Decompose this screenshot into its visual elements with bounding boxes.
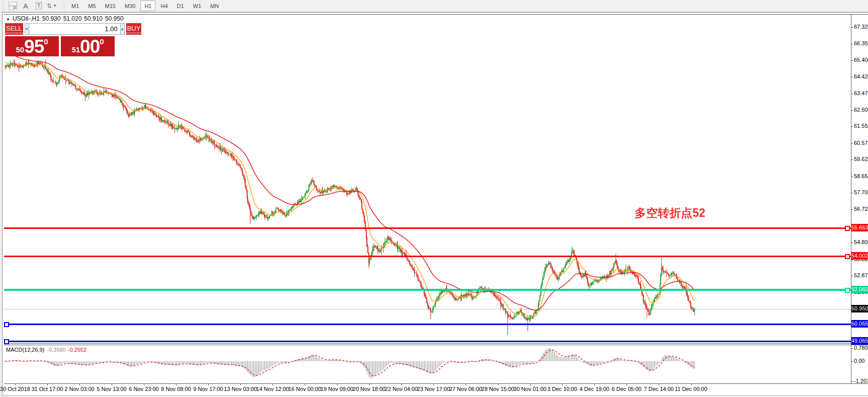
toolbar-grip-2[interactable]: [62, 2, 65, 11]
date-tick-mark: [144, 383, 144, 385]
date-label: 8 Nov 08:00: [161, 386, 191, 392]
hline-50.065[interactable]: [4, 324, 851, 325]
price-tick-mark: [851, 160, 853, 160]
text-tool-button[interactable]: T: [33, 1, 45, 12]
date-tick-mark: [79, 383, 80, 385]
date-tick-mark: [433, 383, 434, 385]
price-tick-mark: [851, 126, 853, 127]
buy-price-big: 00: [80, 38, 100, 56]
date-label: 30 Oct 2018: [0, 386, 30, 392]
timeframe-button-m5[interactable]: M5: [84, 1, 100, 11]
price-tick-label: 56.725: [854, 206, 868, 212]
date-tick-mark: [369, 383, 370, 385]
buy-price-display[interactable]: 51000: [61, 36, 115, 56]
date-tick-mark: [112, 383, 112, 385]
date-label: 27 Nov 06:00: [449, 386, 482, 392]
hline-54.002[interactable]: [4, 256, 851, 257]
arrow-tools-button[interactable]: ⇅ ▼: [46, 1, 58, 12]
timeframe-button-w1[interactable]: W1: [189, 1, 206, 11]
macd-tick-mark: [851, 361, 853, 362]
price-tick-label: 60.575: [854, 140, 868, 146]
date-tick-mark: [401, 383, 402, 385]
price-tick-label: 63.475: [854, 90, 868, 96]
price-tick-label: 59.625: [854, 156, 868, 162]
line-marker-right-54.002[interactable]: [845, 254, 850, 259]
buy-price-sup: 0: [100, 38, 104, 45]
price-tag-50.950[interactable]: 50.950: [851, 305, 868, 312]
date-label: 14 Nov 12:00: [256, 386, 289, 392]
fibonacci-tool-button[interactable]: F: [7, 1, 19, 12]
line-marker-right-52.060[interactable]: [845, 288, 850, 293]
toolbar: F A T ⇅ ▼ M1M5M15M30H1H4D1W1MN: [0, 0, 868, 12]
price-tick-label: 58.650: [854, 173, 868, 179]
main-chart-canvas[interactable]: [4, 15, 851, 343]
text-label-tool-button[interactable]: A: [20, 1, 32, 12]
price-tick-mark: [851, 110, 853, 111]
line-marker-left-49.065[interactable]: [4, 339, 9, 344]
date-label: 3 Dec 10:00: [547, 386, 577, 392]
timeframe-button-d1[interactable]: D1: [173, 1, 188, 11]
line-marker-left-50.065[interactable]: [4, 322, 9, 327]
price-tick-label: 61.550: [854, 123, 868, 129]
date-label: 7 Dec 14:00: [644, 386, 673, 392]
annotation-text[interactable]: 多空转折点52: [635, 205, 706, 221]
timeframe-button-h1[interactable]: H1: [140, 1, 155, 11]
price-tag-52.060[interactable]: 52.060: [851, 286, 868, 293]
timeframe-button-mn[interactable]: MN: [206, 1, 223, 11]
price-axis-line: [851, 14, 851, 384]
price-tick-mark: [851, 193, 853, 193]
hline-52.060[interactable]: [4, 289, 851, 291]
sell-price-display[interactable]: 50950: [5, 36, 59, 56]
buy-price-small: 51: [71, 44, 80, 56]
date-tick-mark: [15, 383, 16, 385]
date-tick-mark: [273, 383, 273, 385]
line-marker-right-55.663[interactable]: [845, 226, 850, 231]
triangle-up-icon: ▲: [121, 27, 124, 31]
date-label: 6 Dec 05:00: [612, 386, 641, 392]
date-label: 11 Dec 00:00: [675, 386, 708, 392]
price-tag-54.002[interactable]: 54.002: [851, 252, 868, 260]
timeframe-button-m15[interactable]: M15: [101, 1, 120, 11]
price-tick-mark: [851, 276, 853, 276]
price-tick-label: 62.500: [854, 107, 868, 113]
macd-label: MACD(12,26,9)-0.3580-0.2552: [6, 347, 86, 353]
hline-55.663[interactable]: [4, 227, 851, 229]
mt4-window: F A T ⇅ ▼ M1M5M15M30H1H4D1W1MN ▲ USOil-,…: [0, 0, 868, 397]
date-label: 9 Nov 17:00: [193, 386, 223, 392]
date-label: 31 Oct 17:00: [32, 386, 63, 392]
price-tag-50.065[interactable]: 50.065: [851, 320, 868, 328]
date-label: 5 Nov 13:00: [97, 386, 126, 392]
sell-price-big: 95: [24, 38, 44, 56]
hline-49.065[interactable]: [4, 341, 851, 342]
fibonacci-icon: F: [9, 2, 17, 10]
toolbar-grip[interactable]: [2, 2, 5, 11]
date-label: 30 Nov 01:00: [513, 386, 546, 392]
date-tick-mark: [176, 383, 177, 385]
price-tick-mark: [851, 27, 853, 28]
macd-axis-label: 0.00: [854, 358, 864, 364]
macd-value-signal: -0.2552: [68, 347, 86, 353]
date-tick-mark: [627, 383, 627, 385]
price-tick-label: 52.875: [854, 272, 868, 278]
macd-value-main: -0.3580: [47, 347, 65, 353]
volume-input[interactable]: [29, 23, 120, 35]
price-tag-55.663[interactable]: 55.663: [851, 224, 868, 231]
main-macd-separator-1: [4, 343, 868, 344]
date-label: 13 Nov 03:00: [224, 386, 256, 392]
price-tick-mark: [851, 243, 853, 243]
timeframe-button-m1[interactable]: M1: [67, 1, 83, 11]
sell-button[interactable]: SELL: [5, 23, 23, 35]
macd-indicator-canvas[interactable]: [4, 345, 851, 383]
volume-decrease-button[interactable]: ▼: [25, 23, 29, 35]
buy-button[interactable]: BUY: [126, 23, 142, 35]
volume-increase-button[interactable]: ▲: [120, 23, 125, 35]
timeframe-button-h4[interactable]: H4: [156, 1, 171, 11]
macd-axis-label: -1.2078: [854, 378, 868, 384]
price-tag-49.065[interactable]: 49.065: [851, 337, 868, 345]
timeframe-button-m30[interactable]: M30: [121, 1, 139, 11]
date-tick-mark: [337, 383, 337, 385]
date-label: 4 Dec 19:00: [579, 386, 609, 392]
macd-name: MACD(12,26,9): [6, 347, 44, 353]
macd-tick-mark: [851, 348, 853, 349]
chevron-down-icon: ▼: [53, 4, 57, 8]
